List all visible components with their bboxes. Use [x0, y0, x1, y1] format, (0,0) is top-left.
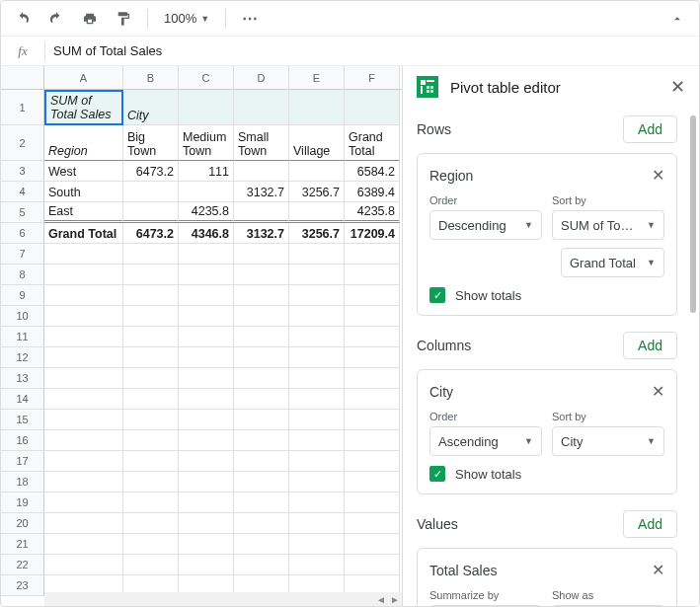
cell[interactable] [123, 306, 179, 327]
cell[interactable] [44, 410, 123, 430]
row-header[interactable]: 11 [1, 327, 44, 347]
cell[interactable] [179, 90, 234, 125]
cell[interactable] [234, 410, 289, 430]
cell[interactable] [345, 430, 400, 451]
sortby-dropdown[interactable]: SUM of Total …▼ [552, 210, 664, 240]
undo-button[interactable] [9, 5, 37, 33]
row-header[interactable]: 5 [1, 202, 44, 223]
row-header[interactable]: 10 [1, 306, 44, 327]
sortby-dropdown[interactable]: City▼ [552, 426, 664, 456]
cell[interactable] [179, 244, 234, 265]
cell[interactable] [179, 410, 234, 430]
cell[interactable] [44, 513, 123, 534]
row-header[interactable]: 23 [1, 575, 44, 596]
cell[interactable] [289, 202, 345, 223]
cell[interactable]: 111 [179, 161, 234, 182]
cell[interactable] [123, 430, 179, 451]
cell[interactable] [123, 244, 179, 265]
cell[interactable]: 3256.7 [289, 182, 345, 202]
cell[interactable] [289, 244, 345, 265]
cell[interactable] [123, 555, 179, 575]
col-header[interactable]: D [234, 66, 289, 89]
add-columns-button[interactable]: Add [623, 332, 677, 359]
cell[interactable]: 3256.7 [289, 223, 345, 244]
row-header[interactable]: 21 [1, 534, 44, 555]
cell[interactable] [123, 472, 179, 493]
cell[interactable] [179, 347, 234, 368]
cell[interactable]: 6389.4 [345, 182, 400, 202]
close-panel-button[interactable]: ✕ [670, 76, 685, 98]
cell[interactable] [345, 368, 400, 389]
cell[interactable] [234, 513, 289, 534]
formula-value[interactable]: SUM of Total Sales [45, 43, 699, 58]
cell[interactable] [44, 327, 123, 347]
cell[interactable] [289, 451, 345, 472]
cell[interactable] [44, 347, 123, 368]
redo-button[interactable] [42, 5, 70, 33]
cell[interactable] [179, 285, 234, 306]
cell[interactable] [345, 285, 400, 306]
cell[interactable]: 4235.8 [179, 202, 234, 223]
cell[interactable]: Medium Town [179, 125, 234, 161]
row-header[interactable]: 14 [1, 389, 44, 410]
cell[interactable] [289, 327, 345, 347]
cell[interactable]: 3132.7 [234, 182, 289, 202]
cell[interactable] [345, 472, 400, 493]
cell[interactable] [345, 410, 400, 430]
cell[interactable]: Small Town [234, 125, 289, 161]
cell[interactable] [123, 493, 179, 513]
cell[interactable] [123, 451, 179, 472]
cell[interactable] [289, 534, 345, 555]
cell[interactable]: Big Town [123, 125, 179, 161]
row-header[interactable]: 12 [1, 347, 44, 368]
remove-field-button[interactable]: ✕ [652, 166, 664, 185]
cell[interactable] [123, 327, 179, 347]
cell[interactable] [179, 493, 234, 513]
cell[interactable] [345, 327, 400, 347]
vertical-scrollbar[interactable] [690, 115, 696, 313]
order-dropdown[interactable]: Descending▼ [429, 210, 542, 240]
cell[interactable] [179, 327, 234, 347]
summarize-dropdown[interactable]: SUM▼ [429, 605, 542, 606]
cell[interactable] [44, 493, 123, 513]
cell[interactable] [345, 90, 400, 125]
cell[interactable]: West [44, 161, 123, 182]
add-values-button[interactable]: Add [623, 510, 677, 538]
row-header[interactable]: 8 [1, 265, 44, 285]
col-header[interactable]: C [179, 66, 234, 89]
cell[interactable] [44, 285, 123, 306]
row-header[interactable]: 16 [1, 430, 44, 451]
cell[interactable] [123, 202, 179, 223]
cell[interactable] [179, 182, 234, 202]
cell[interactable]: 6473.2 [123, 223, 179, 244]
active-cell[interactable]: SUM of Total Sales [44, 90, 123, 125]
cell[interactable] [289, 90, 345, 125]
horizontal-scrollbar[interactable]: ◄► [44, 592, 402, 606]
cell[interactable] [234, 327, 289, 347]
cell[interactable]: Region [44, 125, 123, 161]
cell[interactable] [179, 306, 234, 327]
cell[interactable] [289, 285, 345, 306]
cell[interactable] [289, 472, 345, 493]
cell[interactable]: 17209.4 [345, 223, 400, 244]
row-header[interactable]: 4 [1, 182, 44, 202]
zoom-dropdown[interactable]: 100%▼ [158, 11, 215, 26]
cell[interactable]: 6584.2 [345, 161, 400, 182]
cell[interactable] [289, 555, 345, 575]
cell[interactable] [44, 265, 123, 285]
cell[interactable] [234, 493, 289, 513]
cell[interactable]: South [44, 182, 123, 202]
cell[interactable] [234, 265, 289, 285]
cell[interactable]: Village [289, 125, 345, 161]
cell[interactable] [289, 389, 345, 410]
cell[interactable] [123, 410, 179, 430]
cell[interactable] [123, 513, 179, 534]
row-header[interactable]: 9 [1, 285, 44, 306]
sortby-sub-dropdown[interactable]: Grand Total▼ [561, 248, 664, 277]
cell[interactable] [234, 534, 289, 555]
cell[interactable] [234, 451, 289, 472]
col-header[interactable]: F [345, 66, 400, 89]
cell[interactable] [44, 451, 123, 472]
cell[interactable] [44, 430, 123, 451]
showas-dropdown[interactable]: Default▼ [552, 605, 664, 606]
